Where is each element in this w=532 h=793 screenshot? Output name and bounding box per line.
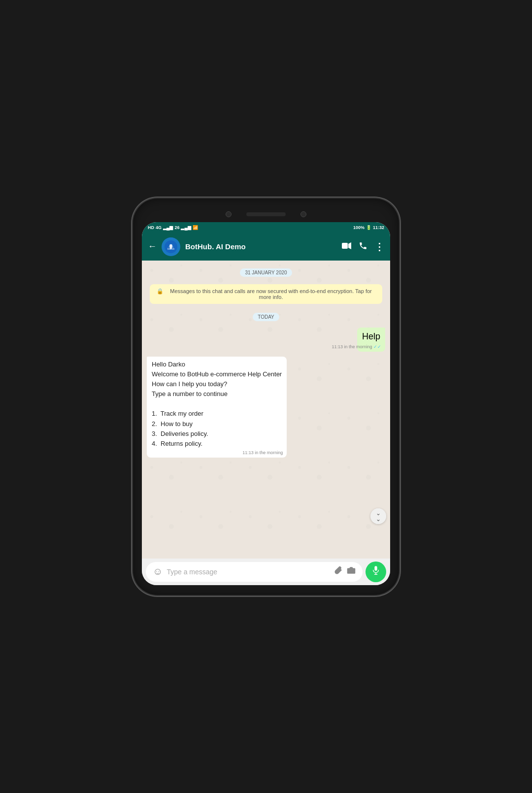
front-camera [226,211,232,217]
message-input-wrap[interactable]: ☺ Type a message [146,562,363,582]
date-jan-text: 31 JANUARY 2020 [240,268,292,277]
clock: 11:32 [373,225,384,230]
svg-point-4 [350,569,353,572]
signal-bars-1: ▂▄▆ [163,225,173,230]
chat-area: 31 JANUARY 2020 🔒 Messages to this chat … [142,261,390,559]
network-4g: 4G [156,225,162,230]
bot-option-1: 1. Track my order [152,410,203,417]
header-info: BotHub. AI Demo [185,242,337,251]
avatar[interactable]: bothub [162,237,180,256]
video-call-icon[interactable] [342,242,352,251]
mic-button[interactable] [366,562,386,582]
bot-option-2: 2. How to buy [152,420,193,428]
svg-rect-5 [374,566,377,570]
bot-option-4: 4. Returns policy. [152,440,202,447]
header-icons: ⋮ [342,241,384,253]
attachment-icon[interactable] [334,566,343,577]
outgoing-text: Help [362,331,380,341]
incoming-message-row: Hello Darko Welcome to BotHub e-commerce… [147,357,385,458]
svg-marker-3 [348,242,351,249]
sensor [300,211,306,217]
bot-line-2: Welcome to BotHub e-commerce Help Center [152,370,282,378]
more-options-icon[interactable]: ⋮ [374,241,384,253]
wifi-icon: 📶 [193,225,198,230]
date-label-today: TODAY [147,312,385,321]
outgoing-message-row: Help 11:13 in the morning [147,328,385,352]
app-header: ← bothub BotHub. AI Demo [142,233,390,261]
input-bar: ☺ Type a message [142,559,390,585]
outgoing-bubble: Help 11:13 in the morning [357,328,385,352]
phone-top-bar [142,208,390,222]
signal-bars-2: ▂▄▆ [181,225,191,230]
bot-line-3: How can I help you today? [152,380,227,388]
outgoing-time: 11:13 in the morning [332,344,381,350]
hd-indicator: HD [148,225,154,230]
encryption-text: Messages to this chat and calls are now … [166,288,375,300]
speaker-grille [246,212,286,216]
lock-icon: 🔒 [157,288,164,295]
battery-icon: 🔋 [366,225,371,230]
scroll-down-button[interactable]: ⌄⌄ [370,508,386,524]
chevron-down-icon: ⌄⌄ [376,510,381,522]
phone-frame: HD 4G ▂▄▆ 26 ▂▄▆ 📶 100% 🔋 11:32 ← bothub [133,198,399,595]
bot-line-1: Hello Darko [152,361,185,368]
status-left: HD 4G ▂▄▆ 26 ▂▄▆ 📶 [148,225,198,230]
phone-screen: HD 4G ▂▄▆ 26 ▂▄▆ 📶 100% 🔋 11:32 ← bothub [142,222,390,585]
back-button[interactable]: ← [148,241,157,252]
camera-icon[interactable] [347,566,356,577]
svg-rect-2 [342,243,348,249]
status-bar: HD 4G ▂▄▆ 26 ▂▄▆ 📶 100% 🔋 11:32 [142,222,390,233]
date-label-jan: 31 JANUARY 2020 [147,267,385,276]
status-right: 100% 🔋 11:32 [353,225,384,230]
battery-percentage: 100% [353,225,365,230]
encryption-notice[interactable]: 🔒 Messages to this chat and calls are no… [150,284,382,304]
emoji-icon[interactable]: ☺ [153,566,163,577]
phone-call-icon[interactable] [359,241,367,252]
avatar-image: bothub [165,240,177,253]
network-2g: 26 [174,225,179,230]
incoming-body: Hello Darko Welcome to BotHub e-commerce… [152,360,282,449]
bot-option-3: 3. Deliveries policy. [152,430,208,437]
today-text: TODAY [253,313,279,321]
message-input-placeholder[interactable]: Type a message [166,568,330,576]
incoming-time: 11:13 in the morning [242,450,283,456]
incoming-bubble: Hello Darko Welcome to BotHub e-commerce… [147,357,287,458]
bot-line-4: Type a number to continue [152,390,228,397]
contact-name[interactable]: BotHub. AI Demo [185,242,337,251]
microphone-icon [372,565,380,578]
